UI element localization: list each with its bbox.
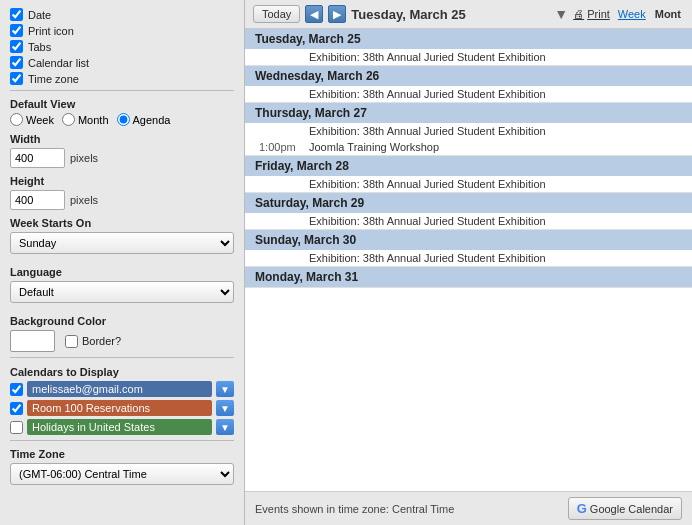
border-checkbox[interactable] [65,335,78,348]
cal-label-2: Holidays in United States [27,419,212,435]
cal-arrow-2[interactable]: ▼ [216,419,234,435]
cal-label-0: melissaeb@gmail.com [27,381,212,397]
event-title: Exhibition: 38th Annual Juried Student E… [309,88,546,100]
event-title: Exhibition: 38th Annual Juried Student E… [309,178,546,190]
timezone-text: Events shown in time zone: Central Time [255,503,454,515]
day-block-5: Sunday, March 30 Exhibition: 38th Annual… [245,230,692,267]
checkbox-date-row: Date [10,8,234,21]
day-header-6: Monday, March 31 [245,267,692,287]
radio-agenda: Agenda [117,113,171,126]
day-block-6: Monday, March 31 [245,267,692,288]
event-title: Exhibition: 38th Annual Juried Student E… [309,252,546,264]
tab-month[interactable]: Mont [652,7,684,21]
checkbox-timezone-row: Time zone [10,72,234,85]
day-block-4: Saturday, March 29 Exhibition: 38th Annu… [245,193,692,230]
event-row-timed: 1:00pm Joomla Training Workshop [245,139,692,155]
language-label: Language [10,266,234,278]
height-row: pixels [10,190,234,210]
checkbox-date[interactable] [10,8,23,21]
cal-arrow-0[interactable]: ▼ [216,381,234,397]
calendar-item-1: Room 100 Reservations ▼ [10,400,234,416]
radio-month: Month [62,113,109,126]
calendars-label: Calendars to Display [10,366,234,378]
bg-color-label: Background Color [10,315,234,327]
event-title: Exhibition: 38th Annual Juried Student E… [309,215,546,227]
cal-checkbox-0[interactable] [10,383,23,396]
print-button[interactable]: 🖨 Print [573,8,610,20]
width-row: pixels [10,148,234,168]
language-select[interactable]: Default English [10,281,234,303]
checkbox-print[interactable] [10,24,23,37]
next-button[interactable]: ▶ [328,5,346,23]
tab-week[interactable]: Week [615,7,649,21]
prev-button[interactable]: ◀ [305,5,323,23]
default-view-radios: Week Month Agenda [10,113,234,126]
color-swatch[interactable] [10,330,55,352]
google-g-icon: G [577,501,587,516]
calendar-body: Tuesday, March 25 Exhibition: 38th Annua… [245,29,692,491]
radio-week-input[interactable] [10,113,23,126]
day-header-2: Thursday, March 27 [245,103,692,123]
day-block-2: Thursday, March 27 Exhibition: 38th Annu… [245,103,692,156]
height-label: Height [10,175,234,187]
google-calendar-button[interactable]: G Google Calendar [568,497,682,520]
radio-agenda-label: Agenda [133,114,171,126]
event-row: Exhibition: 38th Annual Juried Student E… [245,86,692,102]
day-block-0: Tuesday, March 25 Exhibition: 38th Annua… [245,29,692,66]
height-unit: pixels [70,194,98,206]
radio-week: Week [10,113,54,126]
view-tabs: Week Mont [615,7,684,21]
cal-label-1: Room 100 Reservations [27,400,212,416]
day-header-4: Saturday, March 29 [245,193,692,213]
checkbox-callist[interactable] [10,56,23,69]
checkbox-timezone[interactable] [10,72,23,85]
print-label: Print [587,8,610,20]
day-header-5: Sunday, March 30 [245,230,692,250]
checkbox-tabs[interactable] [10,40,23,53]
checkbox-date-label: Date [28,9,51,21]
checkbox-tabs-label: Tabs [28,41,51,53]
checkbox-callist-row: Calendar list [10,56,234,69]
timezone-label: Time Zone [10,448,234,460]
height-input[interactable] [10,190,65,210]
event-row: Exhibition: 38th Annual Juried Student E… [245,250,692,266]
event-time-timed: 1:00pm [259,141,304,153]
checkbox-tabs-row: Tabs [10,40,234,53]
width-unit: pixels [70,152,98,164]
calendar-header: Today ◀ ▶ Tuesday, March 25 ▼ 🖨 Print We… [245,0,692,29]
day-header-1: Wednesday, March 26 [245,66,692,86]
width-label: Width [10,133,234,145]
event-row: Exhibition: 38th Annual Juried Student E… [245,49,692,65]
width-input[interactable] [10,148,65,168]
cal-checkbox-1[interactable] [10,402,23,415]
day-block-3: Friday, March 28 Exhibition: 38th Annual… [245,156,692,193]
calendar-title: Tuesday, March 25 [351,7,549,22]
title-dropdown-icon[interactable]: ▼ [554,6,568,22]
radio-month-input[interactable] [62,113,75,126]
event-title: Exhibition: 38th Annual Juried Student E… [309,125,546,137]
left-panel: Date Print icon Tabs Calendar list Time … [0,0,245,525]
checkbox-timezone-label: Time zone [28,73,79,85]
event-title-timed: Joomla Training Workshop [309,141,439,153]
event-row: Exhibition: 38th Annual Juried Student E… [245,123,692,139]
radio-month-label: Month [78,114,109,126]
default-view-label: Default View [10,98,234,110]
today-button[interactable]: Today [253,5,300,23]
timezone-select[interactable]: (GMT-06:00) Central Time (GMT-05:00) Eas… [10,463,234,485]
calendar-footer: Events shown in time zone: Central Time … [245,491,692,525]
printer-icon: 🖨 [573,8,584,20]
cal-checkbox-2[interactable] [10,421,23,434]
cal-arrow-1[interactable]: ▼ [216,400,234,416]
radio-agenda-input[interactable] [117,113,130,126]
checkbox-callist-label: Calendar list [28,57,89,69]
checkbox-print-label: Print icon [28,25,74,37]
calendar-item-2: Holidays in United States ▼ [10,419,234,435]
right-panel: Today ◀ ▶ Tuesday, March 25 ▼ 🖨 Print We… [245,0,692,525]
day-block-1: Wednesday, March 26 Exhibition: 38th Ann… [245,66,692,103]
calendar-item-0: melissaeb@gmail.com ▼ [10,381,234,397]
google-cal-label: Google Calendar [590,503,673,515]
radio-week-label: Week [26,114,54,126]
week-starts-select[interactable]: Sunday Monday Saturday [10,232,234,254]
event-row: Exhibition: 38th Annual Juried Student E… [245,176,692,192]
event-title: Exhibition: 38th Annual Juried Student E… [309,51,546,63]
